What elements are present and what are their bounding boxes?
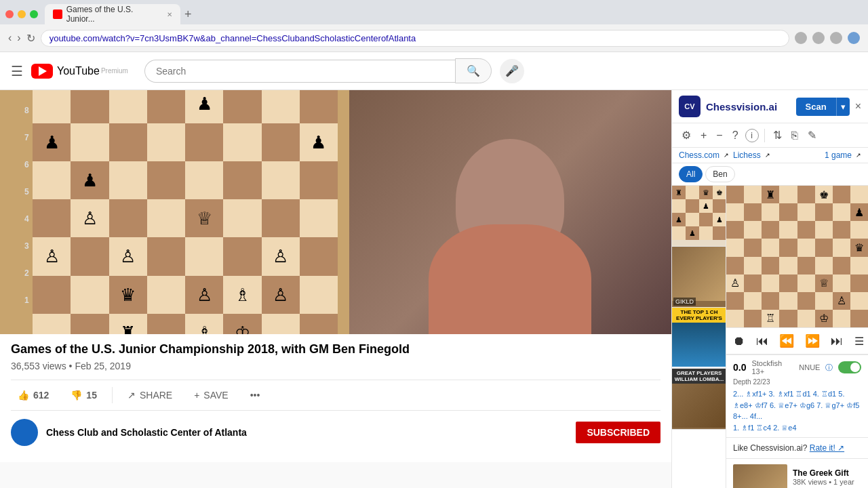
sq-d4 — [147, 199, 185, 237]
cv-toggle[interactable] — [838, 361, 861, 373]
thumb-label: GIKLD — [673, 298, 696, 306]
chesscom-link[interactable]: Chess.com — [679, 150, 719, 160]
main-content: 87654321 ♜ ♛ ♚ — [0, 90, 868, 488]
cv-play-btn[interactable]: ⏺ — [730, 333, 748, 350]
search-button[interactable]: 🔍 — [455, 58, 492, 83]
help-tool[interactable]: ? — [730, 128, 741, 143]
edit-tool[interactable]: ✎ — [805, 127, 819, 143]
sq-g4 — [262, 199, 300, 237]
thumbnail-2[interactable]: GIKLD — [672, 247, 726, 308]
forward-btn[interactable]: › — [17, 32, 20, 44]
share-button[interactable]: ↗ SHARE — [121, 386, 179, 405]
games-count[interactable]: 1 game — [825, 150, 852, 160]
subtract-tool[interactable]: − — [713, 128, 725, 143]
sq-g3: ♙ — [262, 237, 300, 275]
sq-c6 — [109, 123, 147, 161]
profile-icon[interactable] — [848, 32, 860, 44]
cv-close-btn[interactable]: × — [855, 100, 861, 113]
add-tool[interactable]: + — [698, 128, 709, 143]
cv-title: Chessvision.ai — [706, 101, 791, 113]
flip-tool[interactable]: ⇅ — [770, 127, 785, 143]
info-tool[interactable]: i — [745, 129, 759, 142]
youtube-logo[interactable]: YouTube Premium — [31, 64, 128, 79]
back-btn[interactable]: ‹ — [8, 32, 12, 44]
extension-icon-1[interactable] — [795, 32, 807, 44]
sq-g6 — [262, 123, 300, 161]
cv-menu-btn[interactable]: ☰ — [854, 335, 864, 348]
cv-prev-start-btn[interactable]: ⏮ — [753, 333, 771, 350]
depth-info-icon[interactable]: ⓘ — [825, 363, 833, 373]
close-window-btn[interactable] — [5, 10, 14, 18]
url-input[interactable]: youtube.com/watch?v=7cn3UsmBK7w&ab_chann… — [41, 30, 789, 47]
save-label: SAVE — [203, 390, 228, 401]
maximize-window-btn[interactable] — [30, 10, 38, 18]
video-chess-board: ♜ ♛ ♚ ♟ — [33, 90, 338, 334]
save-button[interactable]: + SAVE — [187, 386, 235, 405]
tab-ben[interactable]: Ben — [705, 166, 734, 182]
dislike-button[interactable]: 👎 15 — [64, 386, 104, 405]
thumbnail-1[interactable]: ♜ ♛ ♚ ♟ ♟ ♟ ♟ — [672, 186, 726, 247]
cv-sq-e3 — [797, 274, 815, 292]
sq-h3 — [300, 237, 338, 275]
cv-logo-text: CV — [684, 102, 694, 110]
toggle-tool[interactable]: ⚙ — [679, 127, 694, 143]
extension-icon-3[interactable] — [830, 32, 842, 44]
scan-dropdown-btn[interactable]: ▾ — [836, 98, 850, 116]
cv-toolbar: ⚙ + − ? i ⇅ ⎘ ✎ — [672, 123, 868, 148]
video-player[interactable]: 87654321 ♜ ♛ ♚ — [0, 90, 671, 334]
reload-btn[interactable]: ↻ — [26, 32, 35, 45]
new-tab-btn[interactable]: + — [184, 7, 192, 22]
cv-logo: CV — [679, 96, 701, 117]
cv-header: CV Chessvision.ai Scan ▾ × — [672, 90, 868, 123]
thumbnail-4[interactable]: GREAT PLAYERS WILLIAM LOMBA... — [672, 369, 726, 430]
cv-sq-g4 — [833, 257, 850, 274]
channel-row: Chess Club and Scholastic Center of Atla… — [11, 411, 660, 454]
external-icon-1: ↗ — [724, 152, 729, 159]
minimize-window-btn[interactable] — [18, 10, 26, 18]
like-button[interactable]: 👍 612 — [11, 386, 56, 405]
youtube-logo-icon — [31, 64, 53, 79]
microphone-btn[interactable]: 🎤 — [500, 59, 524, 83]
sq-c5 — [109, 161, 147, 199]
cv-prev-btn[interactable]: ⏪ — [776, 332, 797, 350]
related-views: 38K views • 1 year ago — [793, 478, 861, 488]
cv-sq-b6 — [744, 221, 762, 239]
cv-sq-a8 — [726, 186, 744, 203]
extension-icon-2[interactable] — [812, 32, 825, 44]
copy-tool[interactable]: ⎘ — [789, 128, 801, 143]
cv-analysis: 0.0 Stockfish 13+ NNUE ⓘ Depth 22/23 2..… — [726, 354, 868, 437]
related-video[interactable]: 48:41 The Greek Gift 38K views • 1 year … — [726, 458, 868, 488]
more-button[interactable]: ••• — [243, 386, 267, 405]
tab-close-btn[interactable]: ✕ — [167, 11, 172, 18]
search-input[interactable] — [144, 60, 455, 83]
cv-sq-d5 — [779, 239, 797, 256]
lichess-link[interactable]: Lichess — [733, 150, 761, 160]
cv-next-end-btn[interactable]: ⏭ — [828, 333, 846, 350]
rate-link[interactable]: Rate it! ↗ — [810, 443, 844, 453]
sq-d7 — [147, 90, 185, 123]
cv-sq-f6 — [815, 221, 833, 239]
cv-sq-g6 — [833, 221, 850, 239]
active-tab[interactable]: Games of the U.S. Junior... ✕ — [45, 4, 180, 24]
cv-sq-b4 — [744, 257, 762, 274]
thumbnail-3[interactable]: THE TOP 1 CH EVERY PLAYER'S — [672, 308, 726, 369]
subscribe-button[interactable]: SUBSCRIBED — [576, 422, 660, 443]
cv-sq-g3 — [833, 274, 850, 292]
sq-a3: ♙ — [33, 237, 71, 275]
external-icon-2: ↗ — [765, 152, 770, 159]
thumb-title-3: THE TOP 1 CH EVERY PLAYER'S — [672, 308, 726, 323]
hamburger-menu-btn[interactable]: ☰ — [11, 63, 23, 79]
sq-d3 — [147, 237, 185, 275]
tab-all[interactable]: All — [679, 166, 703, 182]
cv-sq-c8: ♜ — [762, 186, 779, 203]
cv-sq-d8 — [779, 186, 797, 203]
channel-name[interactable]: Chess Club and Scholastic Center of Atla… — [46, 427, 568, 438]
cv-next-btn[interactable]: ⏩ — [802, 332, 823, 350]
cv-sq-g8 — [833, 186, 850, 203]
scan-button[interactable]: Scan — [796, 98, 836, 116]
cv-sq-f1: ♔ — [815, 310, 833, 327]
video-section: 87654321 ♜ ♛ ♚ — [0, 90, 671, 488]
cv-sq-c2 — [762, 292, 779, 310]
search-bar: 🔍 🎤 — [144, 58, 524, 83]
thumbnails-column: ♜ ♛ ♚ ♟ ♟ ♟ ♟ — [672, 186, 726, 488]
